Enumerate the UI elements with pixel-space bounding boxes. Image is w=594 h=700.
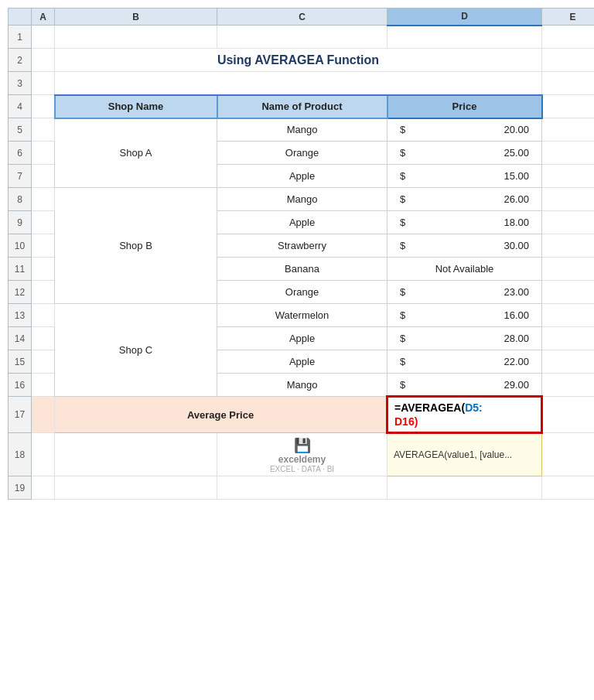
cell-d9[interactable]: $18.00: [387, 211, 542, 234]
cell-e13[interactable]: [542, 304, 595, 327]
tooltip-text: AVERAGEA(value1, [value...: [394, 449, 512, 460]
avg-label-text: Average Price: [187, 409, 254, 421]
cell-c6[interactable]: Orange: [217, 142, 387, 165]
cell-d5[interactable]: $20.00: [387, 118, 542, 142]
cell-d13[interactable]: $16.00: [387, 304, 542, 327]
cell-a16[interactable]: [32, 374, 55, 397]
cell-e15[interactable]: [542, 350, 595, 374]
cell-a2[interactable]: [32, 49, 55, 72]
cell-b18[interactable]: [55, 433, 217, 476]
cell-a12[interactable]: [32, 281, 55, 304]
cell-e17[interactable]: [542, 397, 595, 433]
cell-d14[interactable]: $28.00: [387, 327, 542, 350]
cell-e11[interactable]: [542, 258, 595, 281]
cell-a13[interactable]: [32, 304, 55, 327]
col-header-e[interactable]: E: [542, 9, 595, 26]
cell-d16[interactable]: $29.00: [387, 374, 542, 397]
cell-d19[interactable]: [387, 476, 542, 500]
col-header-a[interactable]: A: [32, 9, 55, 26]
cell-e16[interactable]: [542, 374, 595, 397]
col-header-d[interactable]: D: [387, 9, 542, 26]
cell-a6[interactable]: [32, 142, 55, 165]
col-header-b[interactable]: B: [55, 9, 217, 26]
cell-c18[interactable]: 💾 exceldemy EXCEL · DATA · BI: [217, 433, 387, 476]
cell-shop-b: Shop B: [55, 188, 217, 304]
rownum-2: 2: [9, 49, 32, 72]
cell-a17[interactable]: [32, 397, 55, 433]
rownum-13: 13: [9, 304, 32, 327]
rownum-17: 17: [9, 397, 32, 433]
cell-a18[interactable]: [32, 433, 55, 476]
cell-b3-span[interactable]: [55, 72, 542, 95]
header-price-label: Price: [452, 101, 477, 112]
cell-shop-c: Shop C: [55, 304, 217, 397]
cell-e6[interactable]: [542, 142, 595, 165]
cell-e19[interactable]: [542, 476, 595, 500]
cell-a11[interactable]: [32, 258, 55, 281]
header-shop-name: Shop Name: [55, 95, 217, 118]
cell-a1[interactable]: [32, 26, 55, 49]
cell-e8[interactable]: [542, 188, 595, 211]
cell-a14[interactable]: [32, 327, 55, 350]
cell-a5[interactable]: [32, 118, 55, 142]
cell-c16[interactable]: Mango: [217, 374, 387, 397]
cell-a19[interactable]: [32, 476, 55, 500]
cell-a15[interactable]: [32, 350, 55, 374]
rownum-12: 12: [9, 281, 32, 304]
cell-b19[interactable]: [55, 476, 217, 500]
cell-e3[interactable]: [542, 72, 595, 95]
cell-e1[interactable]: [542, 26, 595, 49]
spreadsheet: A B C D E 1 2: [0, 0, 594, 700]
cell-e9[interactable]: [542, 211, 595, 234]
cell-d6[interactable]: $25.00: [387, 142, 542, 165]
cell-a3[interactable]: [32, 72, 55, 95]
cell-c8[interactable]: Mango: [217, 188, 387, 211]
cell-c7[interactable]: Apple: [217, 165, 387, 188]
cell-b1[interactable]: [55, 26, 217, 49]
column-header-row: A B C D E: [9, 9, 595, 26]
cell-c14[interactable]: Apple: [217, 327, 387, 350]
header-product-label: Name of Product: [261, 101, 342, 112]
rownum-3: 3: [9, 72, 32, 95]
cell-a8[interactable]: [32, 188, 55, 211]
cell-d12[interactable]: $23.00: [387, 281, 542, 304]
cell-c5[interactable]: Mango: [217, 118, 387, 142]
cell-a4[interactable]: [32, 95, 55, 118]
cell-a9[interactable]: [32, 211, 55, 234]
average-formula-cell[interactable]: =AVERAGEA(D5:D16): [387, 397, 542, 433]
cell-c15[interactable]: Apple: [217, 350, 387, 374]
cell-c10[interactable]: Strawberry: [217, 234, 387, 258]
row-1: 1: [9, 26, 595, 49]
rownum-9: 9: [9, 211, 32, 234]
cell-d11[interactable]: Not Available: [387, 258, 542, 281]
cell-a10[interactable]: [32, 234, 55, 258]
rownum-7: 7: [9, 165, 32, 188]
cell-e4[interactable]: [542, 95, 595, 118]
col-header-c[interactable]: C: [217, 9, 387, 26]
cell-c9[interactable]: Apple: [217, 211, 387, 234]
cell-d8[interactable]: $26.00: [387, 188, 542, 211]
cell-d7[interactable]: $15.00: [387, 165, 542, 188]
cell-c11[interactable]: Banana: [217, 258, 387, 281]
cell-e18[interactable]: [542, 433, 595, 476]
row-18: 18 💾 exceldemy EXCEL · DATA · BI AVERAGE…: [9, 433, 595, 476]
cell-a7[interactable]: [32, 165, 55, 188]
cell-c1[interactable]: [217, 26, 387, 49]
cell-c12[interactable]: Orange: [217, 281, 387, 304]
cell-e2[interactable]: [542, 49, 595, 72]
rownum-15: 15: [9, 350, 32, 374]
cell-e10[interactable]: [542, 234, 595, 258]
row-2: 2 Using AVERAGEA Function: [9, 49, 595, 72]
rownum-4: 4: [9, 95, 32, 118]
cell-e14[interactable]: [542, 327, 595, 350]
cell-d15[interactable]: $22.00: [387, 350, 542, 374]
cell-d10[interactable]: $30.00: [387, 234, 542, 258]
cell-e5[interactable]: [542, 118, 595, 142]
rownum-11: 11: [9, 258, 32, 281]
cell-e12[interactable]: [542, 281, 595, 304]
cell-d1[interactable]: [387, 26, 542, 49]
cell-c13[interactable]: Watermelon: [217, 304, 387, 327]
cell-c19[interactable]: [217, 476, 387, 500]
formula-prefix: =AVERAGEA(: [394, 401, 465, 414]
cell-e7[interactable]: [542, 165, 595, 188]
